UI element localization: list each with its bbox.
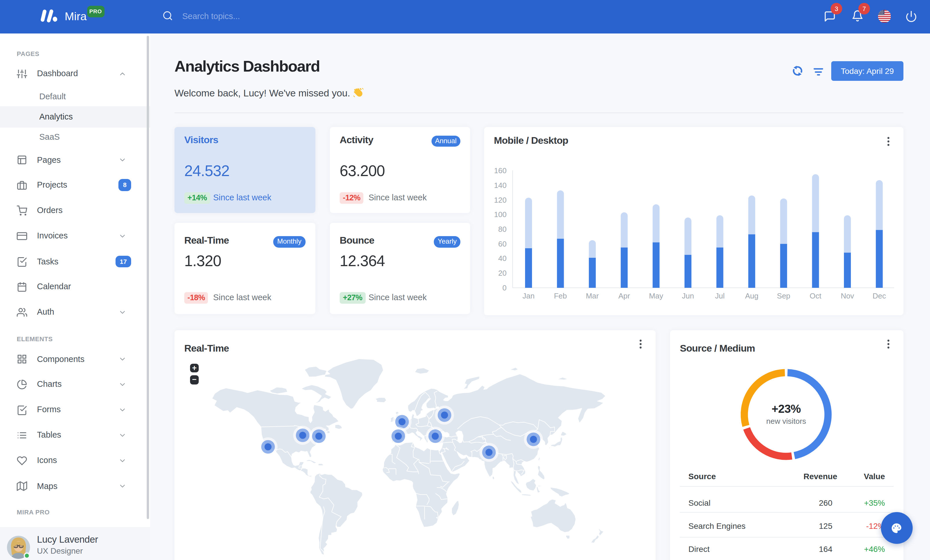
svg-text:160: 160 [494,166,507,175]
svg-text:20: 20 [498,268,507,277]
svg-text:Aug: Aug [745,291,758,300]
svg-text:Nov: Nov [841,291,854,300]
svg-text:80: 80 [498,225,507,233]
svg-text:Jan: Jan [522,291,534,300]
svg-text:Jul: Jul [715,291,725,300]
svg-text:140: 140 [494,181,507,189]
svg-text:60: 60 [498,239,507,248]
svg-text:new visitors: new visitors [766,417,806,425]
svg-text:Mar: Mar [586,291,599,300]
svg-text:May: May [649,291,663,300]
svg-text:Apr: Apr [618,291,630,300]
svg-text:Feb: Feb [554,291,567,300]
svg-text:Sep: Sep [777,291,790,300]
svg-text:120: 120 [494,195,507,204]
svg-text:Dec: Dec [873,291,886,300]
svg-text:+23%: +23% [771,402,801,415]
svg-text:100: 100 [494,210,507,218]
svg-text:Jun: Jun [682,291,694,300]
svg-text:Oct: Oct [810,291,821,300]
svg-text:0: 0 [502,283,507,292]
svg-text:40: 40 [498,254,507,262]
